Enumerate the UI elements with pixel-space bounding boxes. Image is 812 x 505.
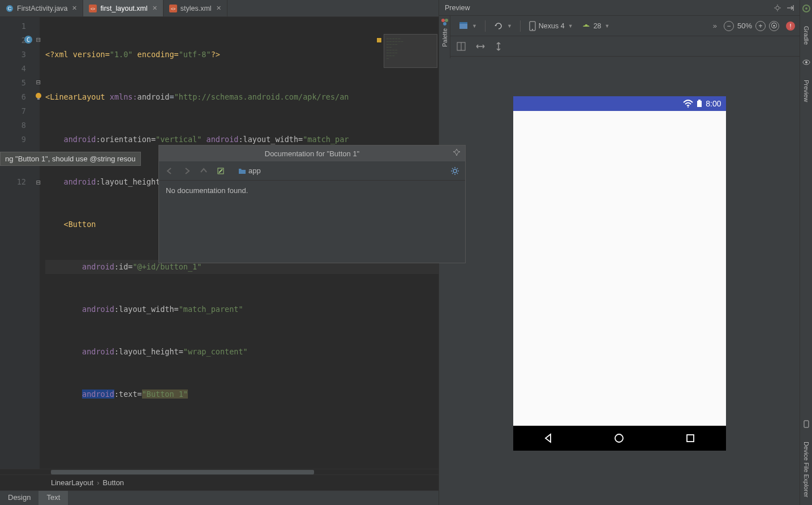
svg-rect-29 (459, 23, 467, 29)
gutter: 1 2 3 4 5 6 7 8 9 12 C ⊟ ⊟ ⊟ (0, 17, 40, 469)
tab-styles[interactable]: <> styles.xml ✕ (164, 0, 227, 16)
sidebar-item-dfe[interactable]: Device File Explorer (803, 439, 810, 499)
palette-icon (441, 18, 449, 26)
nav-home-icon (613, 433, 625, 444)
class-marker-icon[interactable]: C (23, 34, 34, 45)
svg-text:<>: <> (171, 7, 175, 11)
more-icon[interactable]: » (713, 22, 717, 30)
popup-content: No documentation found. (159, 181, 465, 263)
gear-icon[interactable] (774, 4, 781, 12)
svg-rect-39 (698, 100, 701, 101)
api-selector[interactable]: 28 ▼ (579, 21, 612, 31)
line-number: 7 (0, 104, 26, 118)
zoom-fit-button[interactable]: ⦿ (769, 21, 779, 31)
right-tool-sidebar: Gradle Preview Device File Explorer (800, 0, 812, 505)
sidebar-item-gradle[interactable]: Gradle (803, 24, 810, 47)
xml-icon: <> (169, 5, 177, 12)
tab-label: FirstActivity.java (17, 5, 67, 12)
folder-icon (238, 167, 246, 175)
breadcrumb-item[interactable]: LinearLayout (51, 478, 93, 487)
xml-icon: <> (89, 5, 97, 12)
tab-first-activity[interactable]: C FirstActivity.java ✕ (0, 0, 83, 16)
close-icon[interactable]: ✕ (216, 5, 221, 12)
pan-horizontal-icon[interactable] (475, 42, 486, 50)
svg-line-18 (452, 173, 453, 174)
wifi-icon (683, 100, 693, 108)
popup-title-bar[interactable]: Documentation for "Button 1" (159, 145, 465, 161)
warning-marker-icon[interactable] (376, 37, 382, 43)
line-number: 6 (0, 90, 26, 104)
device-body (513, 111, 726, 426)
close-icon[interactable]: ✕ (152, 5, 157, 12)
editor-tab-bar: C FirstActivity.java ✕ <> first_layout.x… (0, 0, 439, 17)
preview-toolbar-secondary (439, 36, 800, 57)
scrollbar-thumb[interactable] (51, 470, 314, 474)
up-icon[interactable] (199, 166, 209, 176)
edit-icon[interactable] (216, 166, 226, 176)
minimap[interactable]: ― ― ― ― ―― ― ― ― ― ―― ― ― ―― ―― ― ― ―― ―… (384, 34, 437, 68)
svg-line-17 (457, 173, 458, 174)
svg-line-16 (452, 168, 453, 169)
editor-pane: C FirstActivity.java ✕ <> first_layout.x… (0, 0, 439, 505)
pin-icon[interactable] (453, 148, 461, 156)
sidebar-item-preview[interactable]: Preview (803, 78, 810, 104)
zoom-out-button[interactable]: − (724, 21, 734, 31)
svg-text:C: C (27, 37, 30, 43)
nav-back-icon (543, 433, 554, 444)
zoom-in-button[interactable]: + (755, 21, 766, 31)
tab-first-layout[interactable]: <> first_layout.xml ✕ (83, 0, 163, 16)
svg-rect-41 (687, 435, 694, 442)
app-link[interactable]: app (238, 166, 261, 175)
gradle-icon[interactable] (802, 5, 810, 12)
orientation-button[interactable]: ▼ (491, 20, 514, 32)
line-number: 5 (0, 76, 26, 90)
design-surface-button[interactable]: ▼ (456, 20, 479, 32)
svg-point-33 (584, 24, 585, 25)
popup-title: Documentation for "Button 1" (265, 149, 360, 158)
tab-design[interactable]: Design (0, 491, 38, 505)
android-icon (581, 22, 591, 30)
gear-icon[interactable] (450, 166, 459, 176)
blueprint-icon[interactable] (456, 41, 466, 52)
svg-point-43 (805, 7, 807, 10)
preview-pane: Preview ▼ ▼ Nexus 4 ▼ (439, 0, 800, 505)
preview-toolbar: ▼ ▼ Nexus 4 ▼ 28 ▼ » − 50% + (439, 16, 800, 36)
svg-point-40 (615, 434, 623, 442)
chevron-down-icon: ▼ (507, 23, 512, 29)
chevron-right-icon: › (97, 478, 99, 487)
phone-icon (529, 21, 536, 31)
tab-label: first_layout.xml (100, 5, 147, 12)
line-number: 4 (0, 62, 26, 76)
svg-line-19 (457, 168, 458, 169)
svg-point-11 (453, 169, 457, 173)
device-status-bar: 8:00 (513, 96, 726, 111)
svg-point-21 (445, 19, 448, 22)
popup-toolbar: app (159, 161, 465, 181)
eye-icon[interactable] (802, 58, 810, 66)
pan-vertical-icon[interactable] (495, 41, 502, 52)
preview-header: Preview (439, 0, 800, 16)
tab-text[interactable]: Text (38, 491, 68, 505)
breadcrumb-item[interactable]: Button (103, 478, 124, 487)
error-badge[interactable]: ! (786, 22, 795, 31)
svg-point-45 (805, 61, 807, 63)
line-number: 1 (0, 19, 26, 33)
documentation-popup: Documentation for "Button 1" app No docu (158, 145, 466, 263)
device-canvas[interactable]: 8:00 (439, 57, 800, 505)
device-file-explorer-icon[interactable] (802, 420, 810, 428)
line-number: 8 (0, 118, 26, 132)
forward-icon[interactable] (182, 166, 192, 176)
palette-label: Palette (441, 28, 448, 47)
svg-point-34 (587, 24, 588, 25)
palette-strip[interactable]: Palette (439, 16, 450, 58)
device-selector[interactable]: Nexus 4 ▼ (526, 20, 575, 32)
device-nav-bar (513, 426, 726, 451)
hide-icon[interactable] (786, 4, 794, 12)
editor-scrollbar[interactable] (0, 469, 439, 474)
svg-point-37 (688, 106, 689, 108)
line-number: 12 (0, 175, 26, 189)
close-icon[interactable]: ✕ (72, 5, 77, 12)
chevron-down-icon: ▼ (472, 23, 477, 29)
svg-rect-46 (804, 421, 809, 427)
back-icon[interactable] (165, 166, 175, 176)
